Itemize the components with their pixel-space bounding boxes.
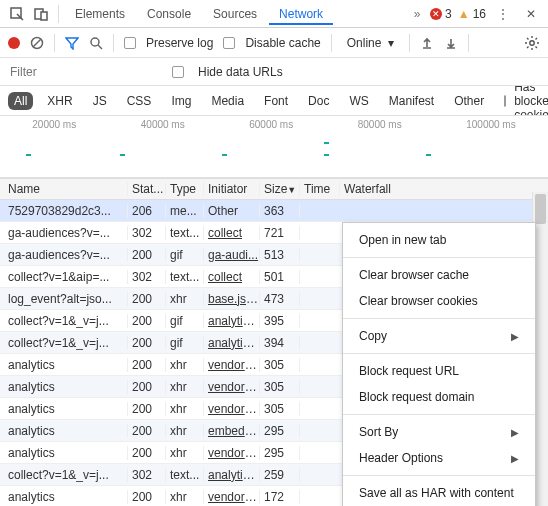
- close-icon[interactable]: ✕: [520, 3, 542, 25]
- cell-type: xhr: [166, 490, 204, 504]
- error-count-label: 3: [445, 7, 452, 21]
- warning-count[interactable]: ▲16: [458, 7, 486, 21]
- cell-type: gif: [166, 248, 204, 262]
- ctx-header-options[interactable]: Header Options▶: [343, 445, 535, 471]
- tab-network[interactable]: Network: [269, 3, 333, 25]
- chip-manifest[interactable]: Manifest: [383, 92, 440, 110]
- scrollbar-thumb[interactable]: [535, 194, 546, 224]
- timeline-overview[interactable]: 20000 ms40000 ms60000 ms80000 ms100000 m…: [0, 116, 548, 178]
- chip-css[interactable]: CSS: [121, 92, 158, 110]
- device-icon[interactable]: [30, 3, 52, 25]
- throttling-select[interactable]: Online ▾: [342, 33, 399, 53]
- ctx-clear-cookies[interactable]: Clear browser cookies: [343, 288, 535, 314]
- cell-type: xhr: [166, 292, 204, 306]
- cell-initiator[interactable]: vendor~...: [204, 446, 260, 460]
- cell-name: 7529703829d2c3...: [0, 204, 128, 218]
- cell-name: ga-audiences?v=...: [0, 226, 128, 240]
- cell-type: xhr: [166, 402, 204, 416]
- cell-status: 302: [128, 468, 166, 482]
- chip-ws[interactable]: WS: [343, 92, 374, 110]
- context-menu: Open in new tab Clear browser cache Clea…: [342, 222, 536, 506]
- chip-doc[interactable]: Doc: [302, 92, 335, 110]
- cell-initiator[interactable]: vendor~...: [204, 490, 260, 504]
- cell-type: xhr: [166, 446, 204, 460]
- cell-initiator[interactable]: collect: [204, 270, 260, 284]
- chip-js[interactable]: JS: [87, 92, 113, 110]
- record-button[interactable]: [8, 37, 20, 49]
- cell-status: 200: [128, 424, 166, 438]
- col-waterfall[interactable]: Waterfall: [340, 182, 548, 196]
- chip-font[interactable]: Font: [258, 92, 294, 110]
- cell-status: 302: [128, 226, 166, 240]
- filter-icon[interactable]: [65, 36, 79, 50]
- cell-initiator[interactable]: base.js:1...: [204, 292, 260, 306]
- cell-type: text...: [166, 270, 204, 284]
- filter-bar: Hide data URLs: [0, 58, 548, 86]
- filter-input[interactable]: [8, 64, 158, 80]
- cell-initiator[interactable]: collect: [204, 226, 260, 240]
- tab-sources[interactable]: Sources: [203, 3, 267, 25]
- ctx-copy[interactable]: Copy▶: [343, 323, 535, 349]
- timeline-tick: 60000 ms: [249, 119, 293, 130]
- cell-initiator[interactable]: ga-audi...: [204, 248, 260, 262]
- chip-all[interactable]: All: [8, 92, 33, 110]
- cell-initiator[interactable]: analytics...: [204, 336, 260, 350]
- chip-img[interactable]: Img: [165, 92, 197, 110]
- cell-size: 172: [260, 490, 300, 504]
- cell-initiator[interactable]: embed.7...: [204, 424, 260, 438]
- svg-line-6: [98, 45, 102, 49]
- timeline-tick: 40000 ms: [141, 119, 185, 130]
- ctx-block-domain[interactable]: Block request domain: [343, 384, 535, 410]
- table-header[interactable]: Name Stat... Type Initiator Size▼ Time W…: [0, 178, 548, 200]
- upload-icon[interactable]: [420, 36, 434, 50]
- cell-name: analytics: [0, 446, 128, 460]
- col-time[interactable]: Time: [300, 182, 340, 196]
- cell-initiator[interactable]: analytics...: [204, 314, 260, 328]
- cell-initiator[interactable]: vendor~...: [204, 358, 260, 372]
- svg-line-4: [33, 39, 41, 47]
- error-count[interactable]: ✕3: [430, 7, 452, 21]
- kebab-icon[interactable]: ⋮: [492, 3, 514, 25]
- col-size[interactable]: Size▼: [260, 182, 300, 196]
- cell-name: analytics: [0, 358, 128, 372]
- ctx-sort-by[interactable]: Sort By▶: [343, 419, 535, 445]
- cell-size: 394: [260, 336, 300, 350]
- chip-other[interactable]: Other: [448, 92, 490, 110]
- settings-icon[interactable]: [524, 35, 540, 51]
- chip-xhr[interactable]: XHR: [41, 92, 78, 110]
- blocked-cookies-checkbox[interactable]: [504, 95, 506, 107]
- ctx-clear-cache[interactable]: Clear browser cache: [343, 262, 535, 288]
- tab-elements[interactable]: Elements: [65, 3, 135, 25]
- tab-console[interactable]: Console: [137, 3, 201, 25]
- inspect-icon[interactable]: [6, 3, 28, 25]
- cell-status: 200: [128, 380, 166, 394]
- ctx-save-har[interactable]: Save all as HAR with content: [343, 480, 535, 506]
- blocked-cookies-label: Has blocked cookies: [514, 86, 548, 116]
- more-tabs-icon[interactable]: »: [406, 3, 428, 25]
- cell-type: xhr: [166, 380, 204, 394]
- col-status[interactable]: Stat...: [128, 182, 166, 196]
- cell-initiator[interactable]: Other: [204, 204, 260, 218]
- table-row[interactable]: 7529703829d2c3...206me...Other363: [0, 200, 548, 222]
- col-name[interactable]: Name: [0, 182, 128, 196]
- download-icon[interactable]: [444, 36, 458, 50]
- clear-icon[interactable]: [30, 36, 44, 50]
- devtools-tabbar: ElementsConsoleSourcesNetwork » ✕3 ▲16 ⋮…: [0, 0, 548, 28]
- col-initiator[interactable]: Initiator: [204, 182, 260, 196]
- ctx-open-new-tab[interactable]: Open in new tab: [343, 227, 535, 253]
- cell-initiator[interactable]: vendor~...: [204, 380, 260, 394]
- cell-status: 200: [128, 490, 166, 504]
- cell-initiator[interactable]: vendor~...: [204, 402, 260, 416]
- svg-rect-2: [41, 12, 47, 20]
- search-icon[interactable]: [89, 36, 103, 50]
- preserve-log-checkbox[interactable]: [124, 37, 136, 49]
- chip-media[interactable]: Media: [205, 92, 250, 110]
- resource-type-filter: AllXHRJSCSSImgMediaFontDocWSManifestOthe…: [0, 86, 548, 116]
- disable-cache-checkbox[interactable]: [223, 37, 235, 49]
- panel-tabs: ElementsConsoleSourcesNetwork: [65, 3, 404, 25]
- col-type[interactable]: Type: [166, 182, 204, 196]
- hide-urls-checkbox[interactable]: [172, 66, 184, 78]
- cell-initiator[interactable]: analytics...: [204, 468, 260, 482]
- ctx-block-url[interactable]: Block request URL: [343, 358, 535, 384]
- chevron-right-icon: ▶: [511, 427, 519, 438]
